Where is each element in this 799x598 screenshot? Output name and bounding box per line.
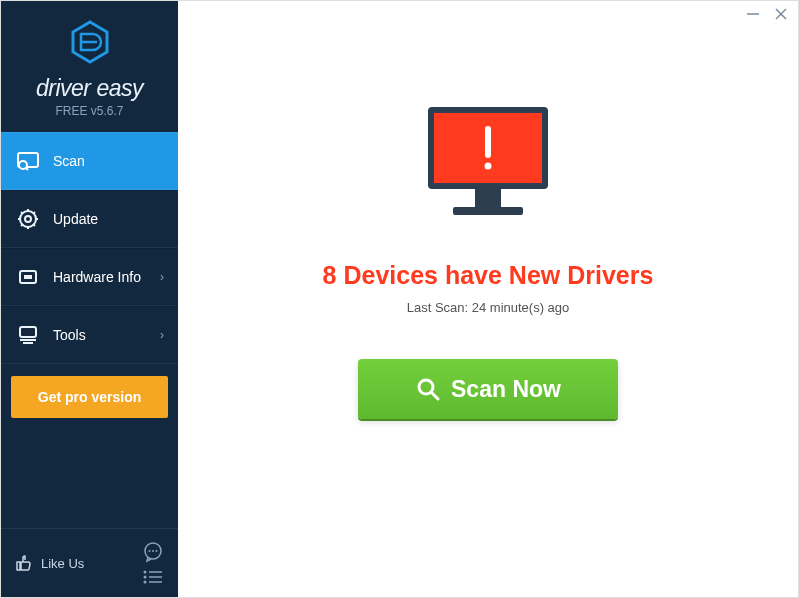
svg-point-3 [19, 161, 27, 169]
svg-rect-8 [24, 275, 32, 279]
nav-item-update[interactable]: Update [1, 190, 178, 248]
nav-label: Scan [53, 153, 85, 169]
nav-label: Tools [53, 327, 86, 343]
svg-point-11 [149, 550, 151, 552]
minimize-button[interactable] [746, 7, 760, 21]
chevron-right-icon: › [160, 328, 164, 342]
nav-item-tools[interactable]: Tools › [1, 306, 178, 364]
scan-now-button[interactable]: Scan Now [358, 359, 618, 419]
like-us-button[interactable]: Like Us [15, 554, 84, 572]
like-label: Like Us [41, 556, 84, 571]
svg-rect-26 [475, 189, 501, 207]
svg-point-13 [156, 550, 158, 552]
thumbs-up-icon [15, 554, 33, 572]
logo-icon [67, 19, 113, 65]
nav-item-hardware-info[interactable]: Hardware Info › [1, 248, 178, 306]
svg-point-25 [485, 163, 492, 170]
get-pro-button[interactable]: Get pro version [11, 376, 168, 418]
nav-item-scan[interactable]: Scan [1, 132, 178, 190]
svg-point-14 [144, 571, 147, 574]
svg-rect-27 [453, 207, 523, 215]
scan-result-headline: 8 Devices have New Drivers [323, 261, 654, 290]
last-scan-label: Last Scan: 24 minute(s) ago [407, 300, 570, 315]
nav: Scan Update Hardware Info › Tools › Get … [1, 132, 178, 528]
tools-icon [17, 324, 39, 346]
svg-point-6 [25, 216, 31, 222]
titlebar [178, 1, 798, 21]
gear-icon [17, 208, 39, 230]
menu-list-icon[interactable] [142, 569, 164, 585]
nav-label: Update [53, 211, 98, 227]
feedback-icon[interactable] [142, 541, 164, 563]
nav-label: Hardware Info [53, 269, 141, 285]
chevron-right-icon: › [160, 270, 164, 284]
logo-area: driver easy FREE v5.6.7 [1, 1, 178, 132]
bottom-icons [142, 541, 164, 585]
sidebar: driver easy FREE v5.6.7 Scan Update Hard… [1, 1, 178, 597]
svg-point-16 [144, 576, 147, 579]
scan-button-label: Scan Now [451, 376, 561, 403]
main-panel: 8 Devices have New Drivers Last Scan: 24… [178, 1, 798, 597]
search-icon [415, 376, 441, 402]
svg-rect-9 [20, 327, 36, 337]
brand-version: FREE v5.6.7 [1, 104, 178, 118]
scan-icon [17, 150, 39, 172]
content: 8 Devices have New Drivers Last Scan: 24… [178, 21, 798, 597]
bottom-bar: Like Us [1, 528, 178, 597]
monitor-alert-icon [413, 101, 563, 235]
svg-line-29 [432, 393, 439, 400]
svg-point-18 [144, 581, 147, 584]
close-button[interactable] [774, 7, 788, 21]
svg-point-12 [152, 550, 154, 552]
brand-name: driver easy [1, 75, 178, 102]
hardware-icon [17, 266, 39, 288]
svg-line-4 [26, 168, 28, 170]
